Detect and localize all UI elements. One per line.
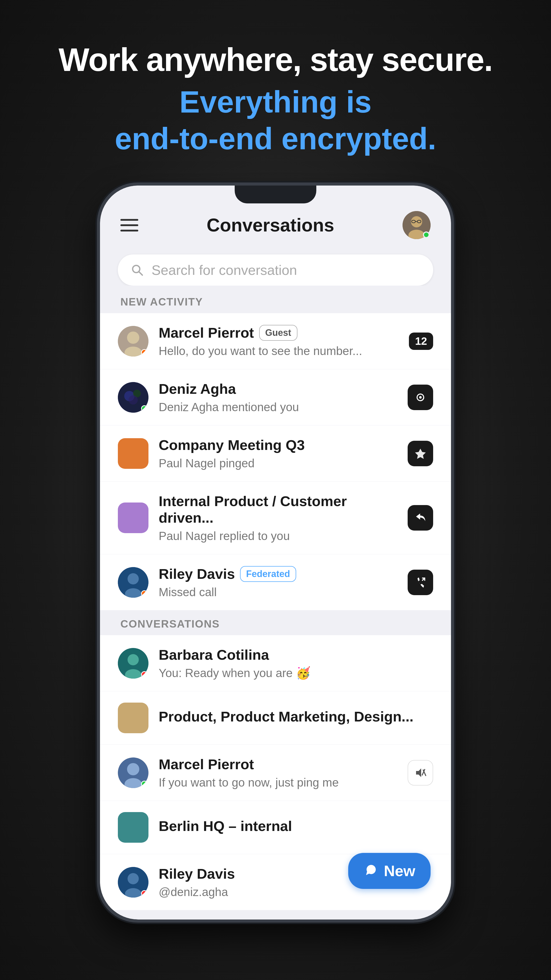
avatar [118,812,148,843]
contact-name: Riley Davis [159,865,235,882]
reply-action [408,505,433,531]
list-item[interactable]: Marcel Pierrot If you want to go now, ju… [100,745,451,801]
new-conversation-button[interactable]: New [348,853,430,889]
contact-name: Product, Product Marketing, Design... [159,708,413,725]
svg-point-25 [127,654,139,665]
name-row: Deniz Agha [159,380,397,397]
conversation-content: Berlin HQ – internal [159,818,433,837]
hero-subtitle: Everything is end-to-end encrypted. [59,83,492,157]
contact-name: Internal Product / Customer driven... [159,493,397,526]
svg-point-19 [127,573,139,584]
user-avatar-wrapper[interactable] [403,211,430,239]
contact-name: Barbara Cotilina [159,646,269,663]
phone-mockup: Conversations [97,183,454,923]
avatar [118,757,148,788]
message-preview: You: Ready when you are 🥳 [159,666,433,680]
new-conversation-icon [364,863,379,879]
notification-count: 12 [409,332,433,350]
menu-line-2 [121,224,138,226]
status-indicator [141,890,148,897]
message-preview: If you want to go now, just ping me [159,776,397,789]
menu-button[interactable] [121,219,138,231]
missed-call-action [408,570,433,595]
contact-name: Marcel Pierrot [159,756,254,773]
subtitle-line2: end-to-end encrypted. [115,121,436,156]
svg-point-33 [127,873,139,884]
section-conversations: CONVERSATIONS [100,610,451,635]
phone-notch [235,186,316,204]
guest-badge: Guest [259,325,297,341]
message-preview: Paul Nagel replied to you [159,529,397,543]
list-item[interactable]: Marcel Pierrot Guest Hello, do you want … [100,313,451,369]
svg-marker-17 [415,449,426,459]
conversation-content: Company Meeting Q3 Paul Nagel pinged [159,437,397,470]
message-preview: Missed call [159,585,397,599]
phone-frame: Conversations [97,183,454,923]
status-indicator [141,405,148,412]
avatar [118,567,148,598]
avatar [118,867,148,897]
muted-action [408,760,433,786]
hero-header: Work anywhere, stay secure. Everything i… [59,41,492,157]
menu-line-3 [121,230,138,231]
name-row: Berlin HQ – internal [159,818,433,834]
conversation-content: Product, Product Marketing, Design... [159,708,433,728]
user-online-status [423,231,430,238]
conversation-content: Riley Davis Federated Missed call [159,566,397,599]
status-indicator [141,349,148,356]
conversation-content: Marcel Pierrot If you want to go now, ju… [159,756,397,789]
list-item[interactable]: Berlin HQ – internal [100,801,451,854]
list-item[interactable]: Deniz Agha Deniz Agha mentioned you [100,369,451,425]
new-activity-list: Marcel Pierrot Guest Hello, do you want … [100,313,451,610]
phone-screen: Conversations [100,186,451,920]
avatar [118,438,148,469]
name-row: Product, Product Marketing, Design... [159,708,433,725]
name-row: Barbara Cotilina [159,646,433,663]
conversation-content: Barbara Cotilina You: Ready when you are… [159,646,433,680]
avatar [118,648,148,679]
avatar [118,703,148,733]
conversation-content: Deniz Agha Deniz Agha mentioned you [159,380,397,414]
new-button-label: New [384,862,415,880]
list-item[interactable]: Product, Product Marketing, Design... [100,691,451,745]
contact-name: Berlin HQ – internal [159,818,292,834]
contact-name: Company Meeting Q3 [159,437,305,453]
status-indicator [141,781,148,788]
section-new-activity: NEW ACTIVITY [100,286,451,313]
ping-action [408,441,433,466]
federated-badge: Federated [240,566,296,582]
list-item[interactable]: Riley Davis Federated Missed call [100,554,451,610]
hero-title: Work anywhere, stay secure. [59,41,492,78]
screen-title: Conversations [206,215,334,235]
contact-name: Deniz Agha [159,380,236,397]
avatar [118,503,148,533]
search-bar[interactable]: Search for conversation [118,255,433,286]
message-preview: Paul Nagel pinged [159,456,397,470]
svg-point-28 [127,763,139,775]
avatar [118,326,148,356]
list-item[interactable]: Company Meeting Q3 Paul Nagel pinged [100,425,451,482]
name-row: Marcel Pierrot [159,756,397,773]
status-indicator [141,671,148,678]
message-preview: Hello, do you want to see the number... [159,344,399,358]
menu-line-1 [121,219,138,221]
list-item[interactable]: Internal Product / Customer driven... Pa… [100,482,451,554]
search-icon [130,263,144,277]
name-row: Marcel Pierrot Guest [159,325,399,341]
contact-name: Riley Davis [159,566,235,582]
svg-line-7 [139,272,142,275]
svg-point-16 [419,396,422,399]
status-indicator [141,590,148,597]
avatar [118,382,148,413]
name-row: Company Meeting Q3 [159,437,397,453]
name-row: Riley Davis Federated [159,566,397,582]
conversation-content: Internal Product / Customer driven... Pa… [159,493,397,543]
name-row: Internal Product / Customer driven... [159,493,397,526]
subtitle-line1: Everything is [179,85,372,119]
svg-point-14 [129,395,138,404]
mention-action [408,385,433,410]
message-preview: Deniz Agha mentioned you [159,400,397,414]
search-placeholder: Search for conversation [151,262,297,278]
conversation-content: Marcel Pierrot Guest Hello, do you want … [159,325,399,358]
list-item[interactable]: Barbara Cotilina You: Ready when you are… [100,635,451,691]
